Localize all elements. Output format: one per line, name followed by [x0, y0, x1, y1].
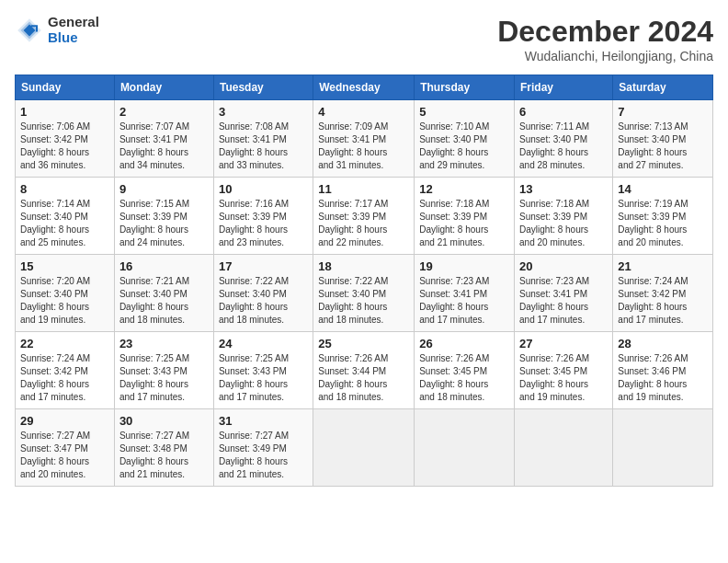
day-number: 25	[318, 337, 409, 350]
day-info: Sunrise: 7:24 AM Sunset: 3:42 PM Dayligh…	[20, 352, 109, 404]
day-info: Sunrise: 7:11 AM Sunset: 3:40 PM Dayligh…	[519, 121, 608, 172]
calendar-week-row: 22Sunrise: 7:24 AM Sunset: 3:42 PM Dayli…	[16, 332, 713, 409]
day-info: Sunrise: 7:19 AM Sunset: 3:39 PM Dayligh…	[618, 198, 708, 249]
weekday-header-wednesday: Wednesday	[313, 75, 415, 100]
day-number: 11	[318, 182, 409, 196]
day-info: Sunrise: 7:26 AM Sunset: 3:44 PM Dayligh…	[318, 352, 409, 404]
day-number: 27	[519, 337, 608, 350]
day-number: 10	[219, 182, 308, 196]
day-info: Sunrise: 7:27 AM Sunset: 3:48 PM Dayligh…	[119, 430, 209, 481]
calendar-cell: 29Sunrise: 7:27 AM Sunset: 3:47 PM Dayli…	[16, 409, 115, 487]
day-info: Sunrise: 7:18 AM Sunset: 3:39 PM Dayligh…	[419, 198, 509, 249]
calendar-cell: 16Sunrise: 7:21 AM Sunset: 3:40 PM Dayli…	[114, 255, 213, 332]
calendar-cell: 13Sunrise: 7:18 AM Sunset: 3:39 PM Dayli…	[515, 178, 613, 255]
day-number: 22	[20, 337, 109, 350]
month-title: December 2024	[497, 15, 713, 49]
day-info: Sunrise: 7:20 AM Sunset: 3:40 PM Dayligh…	[20, 275, 109, 327]
day-info: Sunrise: 7:15 AM Sunset: 3:39 PM Dayligh…	[119, 198, 209, 249]
day-number: 21	[618, 259, 708, 273]
day-info: Sunrise: 7:25 AM Sunset: 3:43 PM Dayligh…	[119, 352, 209, 404]
day-info: Sunrise: 7:26 AM Sunset: 3:45 PM Dayligh…	[519, 352, 608, 404]
day-number: 23	[119, 337, 209, 350]
calendar-cell: 25Sunrise: 7:26 AM Sunset: 3:44 PM Dayli…	[313, 332, 415, 409]
page-header: General Blue December 2024 Wudalianchi, …	[15, 15, 713, 63]
calendar-cell	[313, 409, 415, 487]
day-number: 5	[419, 105, 509, 119]
day-info: Sunrise: 7:13 AM Sunset: 3:40 PM Dayligh…	[618, 121, 708, 172]
day-number: 9	[119, 182, 209, 196]
calendar-cell: 23Sunrise: 7:25 AM Sunset: 3:43 PM Dayli…	[114, 332, 213, 409]
weekday-header-saturday: Saturday	[613, 75, 713, 100]
calendar-cell: 4Sunrise: 7:09 AM Sunset: 3:41 PM Daylig…	[313, 100, 415, 178]
logo-text: General Blue	[48, 15, 99, 45]
calendar-cell: 28Sunrise: 7:26 AM Sunset: 3:46 PM Dayli…	[613, 332, 713, 409]
day-number: 18	[318, 259, 409, 273]
logo-blue: Blue	[48, 30, 99, 46]
day-info: Sunrise: 7:23 AM Sunset: 3:41 PM Dayligh…	[419, 275, 509, 327]
day-info: Sunrise: 7:24 AM Sunset: 3:42 PM Dayligh…	[618, 275, 708, 327]
weekday-header-thursday: Thursday	[415, 75, 515, 100]
calendar-cell: 11Sunrise: 7:17 AM Sunset: 3:39 PM Dayli…	[313, 178, 415, 255]
day-info: Sunrise: 7:23 AM Sunset: 3:41 PM Dayligh…	[519, 275, 608, 327]
day-info: Sunrise: 7:22 AM Sunset: 3:40 PM Dayligh…	[219, 275, 308, 327]
day-info: Sunrise: 7:18 AM Sunset: 3:39 PM Dayligh…	[519, 198, 608, 249]
day-info: Sunrise: 7:07 AM Sunset: 3:41 PM Dayligh…	[119, 121, 209, 172]
weekday-header-row: SundayMondayTuesdayWednesdayThursdayFrid…	[16, 75, 713, 100]
calendar-cell: 17Sunrise: 7:22 AM Sunset: 3:40 PM Dayli…	[213, 255, 313, 332]
calendar-cell	[613, 409, 713, 487]
logo-general: General	[48, 15, 99, 30]
day-number: 17	[219, 259, 308, 273]
calendar-week-row: 1Sunrise: 7:06 AM Sunset: 3:42 PM Daylig…	[16, 100, 713, 178]
calendar-cell	[515, 409, 613, 487]
weekday-header-monday: Monday	[114, 75, 213, 100]
day-info: Sunrise: 7:26 AM Sunset: 3:46 PM Dayligh…	[618, 352, 708, 404]
calendar-cell: 26Sunrise: 7:26 AM Sunset: 3:45 PM Dayli…	[415, 332, 515, 409]
day-info: Sunrise: 7:10 AM Sunset: 3:40 PM Dayligh…	[419, 121, 509, 172]
day-number: 6	[519, 105, 608, 119]
calendar-cell: 20Sunrise: 7:23 AM Sunset: 3:41 PM Dayli…	[515, 255, 613, 332]
location-title: Wudalianchi, Heilongjiang, China	[497, 49, 713, 63]
calendar-cell: 24Sunrise: 7:25 AM Sunset: 3:43 PM Dayli…	[213, 332, 313, 409]
day-info: Sunrise: 7:06 AM Sunset: 3:42 PM Dayligh…	[20, 121, 109, 172]
day-number: 4	[318, 105, 409, 119]
calendar-table: SundayMondayTuesdayWednesdayThursdayFrid…	[15, 75, 713, 487]
day-number: 29	[20, 414, 109, 428]
day-info: Sunrise: 7:22 AM Sunset: 3:40 PM Dayligh…	[318, 275, 409, 327]
calendar-cell: 14Sunrise: 7:19 AM Sunset: 3:39 PM Dayli…	[613, 178, 713, 255]
day-info: Sunrise: 7:27 AM Sunset: 3:49 PM Dayligh…	[219, 430, 308, 481]
day-info: Sunrise: 7:17 AM Sunset: 3:39 PM Dayligh…	[318, 198, 409, 249]
calendar-cell: 12Sunrise: 7:18 AM Sunset: 3:39 PM Dayli…	[415, 178, 515, 255]
day-number: 30	[119, 414, 209, 428]
day-number: 15	[20, 259, 109, 273]
calendar-cell: 3Sunrise: 7:08 AM Sunset: 3:41 PM Daylig…	[213, 100, 313, 178]
day-number: 8	[20, 182, 109, 196]
day-number: 31	[219, 414, 308, 428]
day-number: 14	[618, 182, 708, 196]
calendar-week-row: 29Sunrise: 7:27 AM Sunset: 3:47 PM Dayli…	[16, 409, 713, 487]
calendar-cell: 2Sunrise: 7:07 AM Sunset: 3:41 PM Daylig…	[114, 100, 213, 178]
day-info: Sunrise: 7:08 AM Sunset: 3:41 PM Dayligh…	[219, 121, 308, 172]
day-number: 20	[519, 259, 608, 273]
day-info: Sunrise: 7:27 AM Sunset: 3:47 PM Dayligh…	[20, 430, 109, 481]
day-number: 7	[618, 105, 708, 119]
day-number: 3	[219, 105, 308, 119]
calendar-week-row: 15Sunrise: 7:20 AM Sunset: 3:40 PM Dayli…	[16, 255, 713, 332]
day-number: 12	[419, 182, 509, 196]
calendar-cell: 1Sunrise: 7:06 AM Sunset: 3:42 PM Daylig…	[16, 100, 115, 178]
calendar-cell: 22Sunrise: 7:24 AM Sunset: 3:42 PM Dayli…	[16, 332, 115, 409]
day-info: Sunrise: 7:09 AM Sunset: 3:41 PM Dayligh…	[318, 121, 409, 172]
calendar-cell: 7Sunrise: 7:13 AM Sunset: 3:40 PM Daylig…	[613, 100, 713, 178]
day-info: Sunrise: 7:14 AM Sunset: 3:40 PM Dayligh…	[20, 198, 109, 249]
calendar-week-row: 8Sunrise: 7:14 AM Sunset: 3:40 PM Daylig…	[16, 178, 713, 255]
day-number: 1	[20, 105, 109, 119]
calendar-cell: 27Sunrise: 7:26 AM Sunset: 3:45 PM Dayli…	[515, 332, 613, 409]
logo-icon	[15, 16, 44, 45]
calendar-cell: 15Sunrise: 7:20 AM Sunset: 3:40 PM Dayli…	[16, 255, 115, 332]
calendar-cell: 9Sunrise: 7:15 AM Sunset: 3:39 PM Daylig…	[114, 178, 213, 255]
day-number: 24	[219, 337, 308, 350]
title-block: December 2024 Wudalianchi, Heilongjiang,…	[497, 15, 713, 63]
day-number: 13	[519, 182, 608, 196]
day-number: 19	[419, 259, 509, 273]
weekday-header-tuesday: Tuesday	[213, 75, 313, 100]
day-number: 26	[419, 337, 509, 350]
